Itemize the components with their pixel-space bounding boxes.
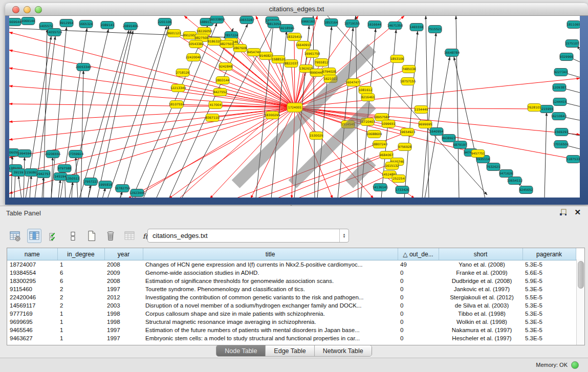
table-cell[interactable]: Tourette syndrome. Phenomenology and cla… — [143, 285, 398, 293]
table-cell[interactable]: 2 — [57, 301, 104, 310]
table-cell[interactable]: 0 — [398, 277, 439, 285]
table-cell[interactable]: 9699695 — [7, 318, 57, 326]
table-cell[interactable]: Nakamura et al. (1997) — [439, 326, 522, 334]
table-settings-icon[interactable] — [8, 229, 21, 243]
float-window-icon[interactable] — [559, 209, 567, 216]
create-table-icon[interactable] — [85, 229, 98, 243]
table-cell[interactable]: Hescheler et al. (1997) — [439, 334, 522, 342]
table-cell[interactable]: 0 — [398, 310, 439, 318]
table-cell[interactable]: 2008 — [104, 277, 143, 285]
table-row[interactable]: 1456911722003Disruption of a novel membe… — [7, 301, 576, 310]
table-cell[interactable]: 14569117 — [7, 301, 57, 310]
table-cell[interactable]: 5.3E-5 — [522, 310, 576, 318]
table-cell[interactable]: 5.3E-5 — [522, 285, 576, 293]
table-cell[interactable]: Investigating the contribution of common… — [143, 293, 398, 301]
table-cell[interactable]: 9115460 — [7, 285, 57, 293]
table-row[interactable]: 911546021997Tourette syndrome. Phenomeno… — [7, 285, 576, 293]
table-cell[interactable]: 18724007 — [7, 260, 57, 269]
table-cell[interactable]: 5.9E-5 — [522, 277, 576, 285]
tab-edge-table[interactable]: Edge Table — [266, 345, 314, 356]
close-panel-icon[interactable]: ✕ — [574, 208, 581, 216]
table-row[interactable]: 1938455462009Genome-wide association stu… — [7, 269, 576, 277]
table-cell[interactable]: 5.3E-5 — [522, 260, 576, 269]
column-header-in_degree[interactable]: in_degree — [57, 248, 104, 260]
row-height-icon[interactable] — [66, 229, 79, 243]
table-row[interactable]: 977716911998Corpus callosum shape and si… — [7, 310, 576, 318]
column-header-pagerank[interactable]: pagerank — [522, 248, 576, 260]
table-cell[interactable]: 6 — [57, 277, 104, 285]
table-cell[interactable]: 5.3E-5 — [522, 334, 576, 342]
table-cell[interactable]: 5.3E-5 — [522, 301, 576, 310]
table-scrollbar[interactable] — [576, 259, 584, 345]
table-cell[interactable]: 1 — [57, 310, 104, 318]
delete-table-icon[interactable] — [104, 229, 117, 243]
table-cell[interactable]: Franke et al. (2009) — [439, 269, 522, 277]
column-header-short[interactable]: short — [439, 248, 522, 260]
table-cell[interactable]: 2 — [57, 285, 104, 293]
table-cell[interactable]: 22420046 — [7, 293, 57, 301]
table-cell[interactable]: Corpus callosum shape and size in male p… — [143, 310, 398, 318]
table-cell[interactable]: 18300295 — [7, 277, 57, 285]
table-cell[interactable]: 5.3E-5 — [522, 318, 576, 326]
table-cell[interactable]: Dudbridge et al. (2008) — [439, 277, 522, 285]
table-cell[interactable]: 19384554 — [7, 269, 57, 277]
table-row[interactable]: 969969511998Structural magnetic resonanc… — [7, 318, 576, 326]
network-canvas[interactable]: 1669644206914414055721405572489129541665… — [9, 16, 580, 198]
table-cell[interactable]: 5.5E-5 — [522, 293, 576, 301]
table-row[interactable]: 1830029562008Estimation of significance … — [7, 277, 576, 285]
table-cell[interactable]: Tibbo et al. (1998) — [439, 310, 522, 318]
table-cell[interactable]: Embryonic stem cells: a model to study s… — [143, 334, 398, 342]
table-row[interactable]: 1872400712008Changes of HCN gene express… — [7, 260, 576, 269]
table-cell[interactable]: 1997 — [104, 285, 143, 293]
table-row[interactable]: 946362711997Embryonic stem cells: a mode… — [7, 334, 576, 342]
table-cell[interactable]: 0 — [398, 293, 439, 301]
table-cell[interactable]: Genome-wide association studies in ADHD. — [143, 269, 398, 277]
table-selector-dropdown[interactable]: citations_edges.txt ▲▼ — [147, 229, 349, 243]
table-cell[interactable]: de Silva et al. (2003) — [439, 301, 522, 310]
table-cell[interactable]: 5.3E-5 — [522, 326, 576, 334]
column-header-name[interactable]: name — [7, 248, 57, 260]
tab-node-table[interactable]: Node Table — [216, 345, 266, 356]
table-cell[interactable]: 1 — [57, 326, 104, 334]
table-cell[interactable]: Estimation of the future numbers of pati… — [143, 326, 398, 334]
table-cell[interactable]: 9777169 — [7, 310, 57, 318]
table-cell[interactable]: 2009 — [104, 269, 143, 277]
scrollbar-thumb[interactable] — [578, 261, 584, 289]
table-cell[interactable]: 0 — [398, 334, 439, 342]
table-cell[interactable]: 1998 — [104, 318, 143, 326]
table-cell[interactable]: 0 — [398, 285, 439, 293]
table-row[interactable]: 2242004622012Investigating the contribut… — [7, 293, 576, 301]
import-table-icon[interactable] — [123, 229, 136, 243]
memory-status-indicator[interactable] — [571, 361, 579, 369]
table-cell[interactable]: 5.6E-5 — [522, 269, 576, 277]
column-header-title[interactable]: title — [143, 248, 398, 260]
column-header-year[interactable]: year — [104, 248, 143, 260]
show-column-icon[interactable] — [27, 229, 41, 243]
table-cell[interactable]: Yano et al. (2008) — [439, 260, 522, 269]
table-cell[interactable]: 9463627 — [7, 334, 57, 342]
column-header-out_de[interactable]: △ out_de... — [398, 248, 439, 260]
select-all-columns-icon[interactable] — [47, 229, 60, 243]
table-cell[interactable]: 2003 — [104, 301, 143, 310]
table-cell[interactable]: 1998 — [104, 310, 143, 318]
table-cell[interactable]: 9465546 — [7, 326, 57, 334]
table-cell[interactable]: Structural magnetic resonance image aver… — [143, 318, 398, 326]
table-row[interactable]: 946554611997Estimation of the future num… — [7, 326, 576, 334]
table-cell[interactable]: 6 — [57, 269, 104, 277]
table-cell[interactable]: 1 — [57, 334, 104, 342]
table-cell[interactable]: 0 — [398, 318, 439, 326]
table-cell[interactable]: 2008 — [104, 260, 143, 269]
table-cell[interactable]: Estimation of significance thresholds fo… — [143, 277, 398, 285]
table-cell[interactable]: Changes of HCN gene expression and I(f) … — [143, 260, 398, 269]
tab-network-table[interactable]: Network Table — [315, 345, 372, 356]
table-cell[interactable]: 49 — [398, 260, 439, 269]
table-cell[interactable]: 0 — [398, 301, 439, 310]
table-cell[interactable]: 2012 — [104, 293, 143, 301]
table-cell[interactable]: Jankovic et al. (1997) — [439, 285, 522, 293]
table-cell[interactable]: Disruption of a novel member of a sodium… — [143, 301, 398, 310]
table-cell[interactable]: Stergiakouli et al. (2012) — [439, 293, 522, 301]
table-cell[interactable]: 0 — [398, 326, 439, 334]
table-cell[interactable]: 1 — [57, 318, 104, 326]
table-cell[interactable]: 0 — [398, 269, 439, 277]
table-cell[interactable]: Wolkin et al. (1998) — [439, 318, 522, 326]
